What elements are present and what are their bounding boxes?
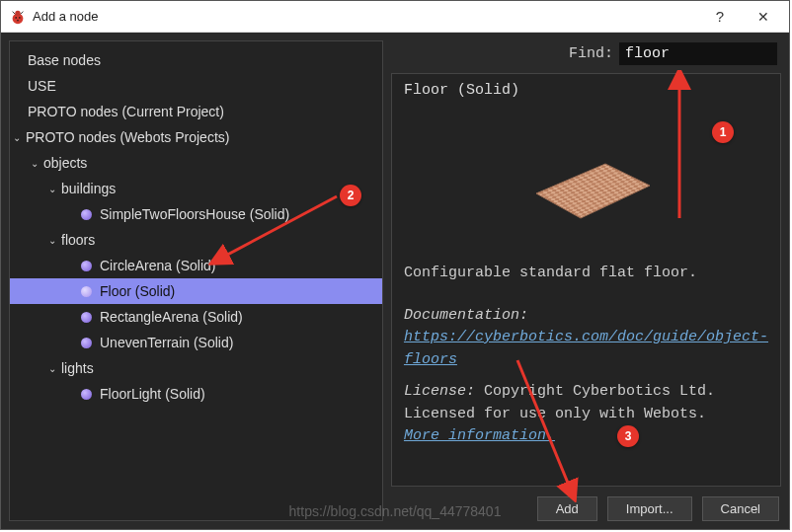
svg-point-4 — [15, 17, 17, 19]
tree-label: lights — [61, 360, 94, 376]
tree-item-use[interactable]: USE — [10, 73, 382, 99]
tree-label: USE — [28, 78, 56, 94]
annotation-badge-1: 1 — [712, 121, 734, 143]
tree-item-floor-light[interactable]: FloorLight (Solid) — [10, 381, 382, 407]
node-tree[interactable]: Base nodes USE PROTO nodes (Current Proj… — [9, 40, 383, 521]
doc-label: Documentation: — [404, 307, 528, 324]
annotation-badge-3: 3 — [617, 425, 639, 447]
chevron-down-icon[interactable]: ⌄ — [10, 130, 24, 144]
window-title: Add a node — [33, 9, 698, 24]
app-icon — [9, 8, 27, 26]
annotation-arrow-1 — [665, 70, 694, 228]
annotation-badge-2: 2 — [340, 185, 361, 206]
tree-label: floors — [61, 232, 95, 248]
close-button[interactable]: ✕ — [742, 2, 785, 32]
tree-label: FloorLight (Solid) — [100, 386, 205, 402]
node-icon — [81, 312, 92, 323]
tree-item-base-nodes[interactable]: Base nodes — [10, 47, 382, 73]
help-button[interactable]: ? — [698, 2, 742, 32]
cancel-button[interactable]: Cancel — [702, 496, 779, 521]
tree-item-rectangle-arena[interactable]: RectangleArena (Solid) — [10, 304, 382, 330]
svg-point-6 — [17, 19, 19, 21]
find-input-wrap: ✕ — [619, 42, 777, 65]
tree-item-lights[interactable]: ⌄ lights — [10, 355, 382, 381]
tree-item-proto-current[interactable]: PROTO nodes (Current Project) — [10, 99, 382, 124]
tree-item-floor[interactable]: Floor (Solid) — [10, 278, 382, 304]
node-icon — [81, 286, 92, 297]
tree-label: objects — [43, 155, 87, 171]
import-button[interactable]: Import... — [607, 496, 692, 521]
svg-line-12 — [218, 196, 337, 260]
find-row: Find: ✕ — [391, 40, 781, 67]
node-icon — [81, 338, 92, 348]
chevron-down-icon[interactable]: ⌄ — [28, 156, 41, 170]
find-input[interactable] — [625, 45, 792, 62]
svg-line-3 — [21, 11, 24, 14]
node-icon — [81, 389, 92, 400]
svg-line-2 — [13, 11, 16, 14]
tree-label: Base nodes — [28, 52, 101, 68]
detail-description: Configurable standard flat floor. — [404, 263, 768, 285]
svg-point-5 — [19, 17, 21, 19]
tree-item-uneven-terrain[interactable]: UnevenTerrain (Solid) — [10, 330, 382, 355]
tree-label: buildings — [61, 181, 116, 196]
tree-item-proto-webots[interactable]: ⌄ PROTO nodes (Webots Projects) — [10, 124, 382, 150]
tree-item-objects[interactable]: ⌄ objects — [10, 150, 382, 176]
annotation-arrow-2 — [208, 190, 356, 275]
chevron-down-icon[interactable]: ⌄ — [45, 182, 59, 195]
svg-point-1 — [15, 10, 20, 15]
node-icon — [81, 261, 92, 271]
node-icon — [81, 209, 92, 220]
detail-title: Floor (Solid) — [404, 82, 768, 99]
tree-label: PROTO nodes (Current Project) — [28, 104, 224, 119]
tree-label: CircleArena (Solid) — [100, 258, 215, 273]
titlebar: Add a node ? ✕ — [1, 1, 789, 33]
chevron-down-icon[interactable]: ⌄ — [45, 361, 59, 375]
license-label: License: — [404, 383, 484, 400]
chevron-down-icon[interactable]: ⌄ — [45, 233, 59, 247]
tree-label: RectangleArena (Solid) — [100, 309, 243, 325]
tree-label: UnevenTerrain (Solid) — [100, 335, 233, 350]
tree-label: Floor (Solid) — [100, 283, 175, 299]
svg-marker-10 — [536, 164, 650, 218]
annotation-arrow-3 — [503, 354, 592, 502]
svg-line-13 — [517, 360, 572, 493]
find-label: Find: — [569, 45, 613, 62]
tree-label: PROTO nodes (Webots Projects) — [26, 129, 229, 145]
